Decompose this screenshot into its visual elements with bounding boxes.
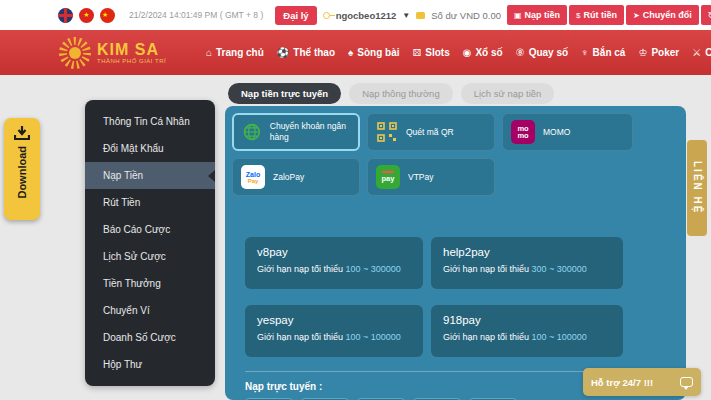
key-icon	[323, 12, 330, 19]
dollar-icon: $	[576, 11, 580, 20]
section-divider	[245, 371, 641, 372]
method-zalopay[interactable]: ZaloPay ZaloPay	[232, 158, 360, 196]
provider-v8pay[interactable]: v8pay Giới hạn nạp tối thiểu 100 ~ 30000…	[245, 237, 423, 289]
language-flag-uk[interactable]	[58, 8, 73, 23]
main-header: KIM SA THÀNH PHỐ GIẢI TRÍ ⌂Trang chủ ⚽Th…	[0, 30, 711, 75]
nav-lottery[interactable]: ◉Xổ số	[463, 47, 503, 58]
contact-tab[interactable]: LIÊN HỆ	[687, 140, 707, 236]
cards-icon: ♠	[348, 47, 353, 58]
nav-casino[interactable]: ♠Sòng bài	[348, 47, 400, 58]
lottery-ball-icon: ◉	[463, 47, 472, 58]
method-bank-transfer[interactable]: Chuyển khoản ngân hàng	[232, 113, 360, 151]
crown-icon: ♔	[638, 47, 647, 58]
vtpay-icon: pay	[376, 165, 400, 189]
wallet-icon	[416, 12, 425, 19]
home-icon: ⌂	[206, 47, 212, 58]
nav-poker[interactable]: ♔Poker	[638, 47, 679, 58]
method-vtpay[interactable]: pay VTPay	[367, 158, 495, 196]
sidebar-item-turnover[interactable]: Doanh Số Cược	[85, 324, 215, 351]
server-time: 21/2/2024 14:01:49 PM ( GMT + 8 )	[129, 10, 263, 20]
language-flag-cn[interactable]: ★	[100, 8, 115, 23]
method-qr-code[interactable]: Quét mã QR	[367, 113, 495, 151]
tab-online-deposit[interactable]: Nạp tiền trực tuyến	[228, 83, 341, 104]
sidebar-item-bet-history[interactable]: Lịch Sử Cược	[85, 243, 215, 270]
banknote-icon: ▣	[514, 11, 522, 20]
sidebar-item-wallet-transfer[interactable]: Chuyển Ví	[85, 297, 215, 324]
logo[interactable]: KIM SA THÀNH PHỐ GIẢI TRÍ	[58, 36, 206, 70]
kimsa-deposit-page: ★ ★ 21/2/2024 14:01:49 PM ( GMT + 8 ) Đạ…	[0, 0, 711, 400]
agent-button[interactable]: Đại lý	[275, 6, 316, 25]
sidebar-item-bonus[interactable]: Tiền Thưởng	[85, 270, 215, 297]
rooster-icon: ⚔	[692, 47, 701, 58]
provider-yespay[interactable]: yespay Giới hạn nạp tối thiểu 100 ~ 1000…	[245, 305, 423, 357]
sidebar-item-change-password[interactable]: Đổi Mật Khẩu	[85, 135, 215, 162]
soccer-icon: ⚽	[277, 47, 289, 58]
deposit-panel: Chuyển khoản ngân hàng Quét mã QR	[225, 106, 686, 400]
sidebar-item-withdraw[interactable]: Rút Tiền	[85, 189, 215, 216]
deposit-tabs: Nạp tiền trực tuyến Nạp thông thường Lịc…	[228, 83, 554, 104]
chevron-down-icon[interactable]: ▼	[402, 11, 410, 20]
username[interactable]: ngocbeo1212	[336, 10, 397, 21]
transfer-button[interactable]: ➤Chuyển đổi	[626, 5, 699, 25]
main-nav: ⌂Trang chủ ⚽Thể thao ♠Sòng bài ⚄Slots ◉X…	[206, 47, 711, 58]
nav-numbers[interactable]: ⑧Quay số	[516, 47, 568, 58]
nav-cockfight[interactable]: ⚔Chọi gà	[692, 47, 711, 58]
sidebar-item-profile[interactable]: Thông Tin Cá Nhân	[85, 108, 215, 135]
topbar-actions: ▣Nạp tiền $Rút tiền ➤Chuyển đổi ↻Lịch sử…	[507, 5, 711, 25]
zalopay-icon: ZaloPay	[241, 165, 265, 189]
topbar: ★ ★ 21/2/2024 14:01:49 PM ( GMT + 8 ) Đạ…	[0, 0, 711, 30]
globe-icon	[242, 120, 262, 144]
tab-normal-deposit[interactable]: Nạp thông thường	[349, 83, 453, 104]
deposit-button[interactable]: ▣Nạp tiền	[507, 5, 567, 25]
payment-methods: Chuyển khoản ngân hàng Quét mã QR	[225, 106, 686, 203]
method-momo[interactable]: momo MOMO	[502, 113, 633, 151]
balance-text: Số dư VND 0.00	[431, 10, 501, 21]
history-button[interactable]: ↻Lịch sử	[701, 5, 711, 25]
logo-title: KIM SA	[97, 42, 166, 58]
support-badge[interactable]: Hỗ trợ 24/7 !!!	[583, 368, 701, 396]
account-sidebar: Thông Tin Cá Nhân Đổi Mật Khẩu Nạp Tiền …	[85, 100, 215, 386]
tab-deposit-history[interactable]: Lịch sử nạp tiền	[461, 83, 555, 104]
eight-ball-icon: ⑧	[516, 47, 525, 58]
provider-918pay[interactable]: 918pay Giới hạn nạp tối thiểu 100 ~ 1000…	[431, 305, 623, 357]
nav-fishing[interactable]: ♆Bắn cá	[581, 47, 625, 58]
momo-icon: momo	[511, 120, 535, 144]
provider-cards: v8pay Giới hạn nạp tối thiểu 100 ~ 30000…	[225, 203, 686, 357]
nav-home[interactable]: ⌂Trang chủ	[206, 47, 264, 58]
language-flag-vn[interactable]: ★	[79, 8, 94, 23]
qr-icon	[376, 121, 398, 143]
slot-icon: ⚄	[413, 47, 422, 58]
sidebar-item-bet-report[interactable]: Báo Cáo Cược	[85, 216, 215, 243]
download-tab[interactable]: Download	[4, 118, 40, 220]
provider-help2pay[interactable]: help2pay Giới hạn nạp tối thiểu 300 ~ 30…	[431, 237, 623, 289]
chat-bubble-icon	[680, 377, 693, 387]
nav-sports[interactable]: ⚽Thể thao	[277, 47, 335, 58]
arrow-icon: ➤	[633, 11, 640, 20]
sunburst-logo-icon	[58, 36, 92, 70]
fish-icon: ♆	[581, 47, 589, 58]
withdraw-button[interactable]: $Rút tiền	[569, 5, 624, 25]
sidebar-item-deposit[interactable]: Nạp Tiền	[85, 162, 215, 189]
download-icon	[14, 126, 30, 140]
logo-subtitle: THÀNH PHỐ GIẢI TRÍ	[97, 58, 166, 64]
nav-slots[interactable]: ⚄Slots	[413, 47, 450, 58]
sidebar-item-inbox[interactable]: Hộp Thư	[85, 351, 215, 378]
